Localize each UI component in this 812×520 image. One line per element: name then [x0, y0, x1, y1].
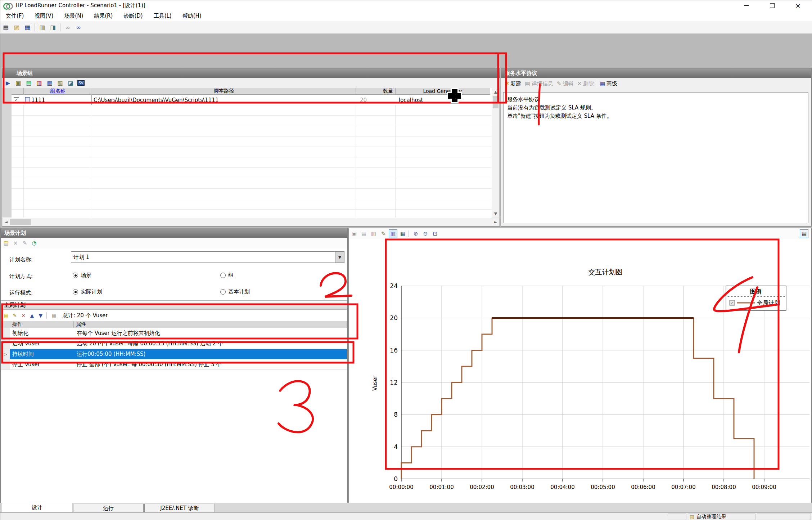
- column-header-property[interactable]: 属性: [74, 321, 347, 328]
- view-tabs: 设计 运行 J2EE/.NET 诊断: [0, 503, 812, 512]
- column-header-script-path[interactable]: 脚本路径: [92, 88, 356, 95]
- vuser-details-icon[interactable]: ▥: [37, 23, 47, 32]
- schedule-row-stop-vusers[interactable]: 停止 Vuser 停止 全部 (个) Vuser: 每 00:00:30 (HH…: [1, 359, 347, 370]
- plan-mode-label: 计划方式:: [9, 273, 33, 280]
- column-header-group-name[interactable]: 组名称: [24, 88, 92, 95]
- close-button[interactable]: ×: [790, 0, 806, 10]
- main-toolbar: ▤ ▨ ▦ ▥ ◨ ∞ ∞: [0, 21, 812, 34]
- rings-disabled-icon[interactable]: ∞: [63, 23, 72, 32]
- move-up-icon[interactable]: ▲: [28, 312, 36, 319]
- chart-copy-icon[interactable]: ▤: [360, 229, 368, 238]
- column-header-load-generator[interactable]: Load Generator: [396, 88, 490, 95]
- remove-vusers-icon[interactable]: ▥: [35, 79, 44, 87]
- menu-results[interactable]: 结果(R): [89, 10, 118, 21]
- chart-delete-icon[interactable]: ▥: [369, 229, 378, 238]
- time-icon[interactable]: ◔: [30, 239, 38, 247]
- delete-icon: ×: [577, 80, 582, 87]
- sla-details-button[interactable]: ▤详细信息: [525, 80, 553, 87]
- group-enabled-checkbox[interactable]: ✓: [14, 95, 23, 105]
- scroll-up-icon[interactable]: ▲: [492, 89, 499, 95]
- auto-collate-cell[interactable]: ▨ 自动整理结果: [688, 514, 755, 520]
- scrollbar-thumb[interactable]: [493, 96, 499, 108]
- delete-action-icon[interactable]: ×: [20, 312, 27, 319]
- column-header-quantity[interactable]: 数量: [356, 88, 396, 95]
- view-script-icon[interactable]: ◪: [66, 79, 75, 87]
- new-schedule-icon[interactable]: ▤: [2, 239, 10, 247]
- grid-view-icon[interactable]: ▦: [50, 312, 58, 319]
- run-view-icon[interactable]: ◨: [48, 23, 58, 32]
- tab-j2ee-diagnostics[interactable]: J2EE/.NET 诊断: [144, 504, 215, 512]
- zoom-in-icon[interactable]: ⊕: [411, 229, 420, 238]
- scrollbar-thumb[interactable]: [10, 219, 31, 225]
- svg-text:00:06:00: 00:06:00: [631, 484, 655, 490]
- group-details-icon[interactable]: ▦: [45, 79, 54, 87]
- init-vusers-icon[interactable]: ▣: [14, 79, 23, 87]
- scroll-left-icon[interactable]: ◄: [3, 218, 9, 226]
- column-header-action[interactable]: 操作: [10, 321, 74, 328]
- mode-group-radio[interactable]: 组: [220, 272, 234, 279]
- service-virtualization-icon[interactable]: SV: [76, 79, 86, 87]
- chart-list-icon[interactable]: ▤: [800, 229, 808, 238]
- new-icon: ✱: [505, 80, 509, 87]
- save-scenario-icon[interactable]: ▦: [23, 23, 32, 32]
- sla-edit-button[interactable]: ✎编辑: [557, 80, 574, 87]
- zoom-out-icon[interactable]: ⊖: [421, 229, 430, 238]
- edit-action-icon[interactable]: ✎: [11, 312, 18, 319]
- menu-scenario[interactable]: 场景(N): [59, 10, 89, 21]
- chart-new-icon[interactable]: ▣: [350, 229, 358, 238]
- table-row[interactable]: ✓ 1111 C:\Users\buzil\Documents\VuGen\Sc…: [12, 95, 492, 105]
- tab-design[interactable]: 设计: [2, 503, 72, 512]
- load-generator-cell[interactable]: localhost: [397, 95, 487, 105]
- app-window: HP LoadRunner Controller - Scenario1 - […: [0, 0, 812, 520]
- run-real-radio[interactable]: 实际计划: [73, 288, 102, 295]
- sla-delete-button[interactable]: ×删除: [577, 80, 594, 87]
- menu-diagnostics[interactable]: 诊断(D): [118, 10, 148, 21]
- new-scenario-icon[interactable]: ▤: [1, 23, 10, 32]
- x-axis-tick-labels: 00:00:0000:01:0000:02:0000:03:0000:04:00…: [389, 484, 776, 490]
- move-down-icon[interactable]: ▼: [37, 312, 44, 319]
- tab-run[interactable]: 运行: [73, 504, 144, 512]
- chart-grid-icon[interactable]: ▦: [398, 229, 407, 238]
- chart-view-icon[interactable]: ▥: [389, 229, 397, 238]
- schedule-row-initialize[interactable]: 初始化 在每个 Vuser 运行之前将其初始化: [1, 328, 347, 339]
- run-vusers-icon[interactable]: ▶: [3, 79, 13, 87]
- svg-text:00:05:00: 00:05:00: [591, 484, 615, 490]
- chart-legend[interactable]: 图例 ✓ 全局计划: [726, 286, 786, 310]
- x-axis-ticks: [401, 479, 764, 481]
- rename-schedule-icon[interactable]: ✎: [21, 239, 29, 247]
- restore-icon: [770, 3, 775, 8]
- schedule-row-duration[interactable]: ▷ 持续时间 运行00:05:00 (HH:MM:SS): [1, 349, 347, 359]
- mode-scenario-radio[interactable]: 场景: [73, 272, 91, 279]
- group-name-cell[interactable]: 1111: [24, 95, 91, 105]
- zoom-box-icon[interactable]: ⊡: [431, 229, 439, 238]
- chart-edit-icon[interactable]: ✎: [379, 229, 388, 238]
- scroll-down-icon[interactable]: ▼: [492, 211, 499, 216]
- selected-row-marker-icon: ▷: [1, 349, 10, 359]
- run-basic-radio[interactable]: 基本计划: [220, 288, 250, 295]
- sla-message-box: 服务水平协议 当前没有为负载测试定义 SLA 规则。 单击"新建"按钮为负载测试…: [503, 92, 808, 223]
- schedule-row-start-vusers[interactable]: 启动 Vuser 启动 20 (个) Vuser: 每隔 00:00:15 (H…: [1, 339, 347, 349]
- script-path-cell[interactable]: C:\Users\buzil\Documents\VuGen\Scripts\1…: [94, 95, 355, 105]
- chevron-down-icon[interactable]: ▼: [335, 252, 344, 263]
- minimize-button[interactable]: [738, 0, 754, 10]
- menu-tools[interactable]: 工具(L): [148, 10, 177, 21]
- scroll-right-icon[interactable]: ►: [493, 218, 499, 226]
- menu-view[interactable]: 视图(V): [29, 10, 59, 21]
- sla-new-button[interactable]: ✱新建: [505, 80, 522, 87]
- menu-bar: 文件(F) 视图(V) 场景(N) 结果(R) 诊断(D) 工具(L) 帮助(H…: [0, 10, 812, 21]
- quantity-cell[interactable]: 20: [358, 95, 394, 105]
- menu-help[interactable]: 帮助(H): [177, 10, 207, 21]
- open-scenario-icon[interactable]: ▨: [12, 23, 21, 32]
- plan-name-select[interactable]: 计划 1 ▼: [71, 251, 344, 263]
- sla-advanced-button[interactable]: ▦高级: [600, 80, 617, 87]
- horizontal-scrollbar[interactable]: ◄ ►: [2, 218, 500, 226]
- vuser-list-icon[interactable]: ▧: [55, 79, 65, 87]
- svg-text:00:02:00: 00:02:00: [470, 484, 494, 490]
- rings-icon[interactable]: ∞: [74, 23, 83, 32]
- restore-button[interactable]: [764, 0, 780, 10]
- add-vusers-icon[interactable]: ▤: [24, 79, 33, 87]
- menu-file[interactable]: 文件(F): [0, 10, 29, 21]
- delete-schedule-icon[interactable]: ×: [12, 239, 19, 247]
- add-action-icon[interactable]: ▤: [3, 312, 10, 319]
- vertical-scrollbar[interactable]: ▲ ▼: [492, 88, 500, 218]
